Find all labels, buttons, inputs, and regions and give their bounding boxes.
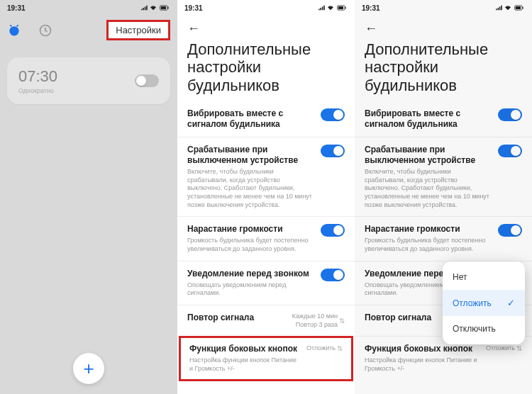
status-time: 19:31 <box>184 4 203 12</box>
screen-alarm-settings-popup: 19:31 ← Дополнительные настройки будильн… <box>355 0 532 394</box>
row-value: Отложить ⇅ <box>306 344 343 353</box>
settings-list: Вибрировать вместе с сигналом будильника… <box>177 101 355 387</box>
row-title: Вибрировать вместе с сигналом будильника <box>187 108 314 130</box>
alarm-time: 07:30 <box>18 67 57 86</box>
alarm-card-text: 07:30 Однократно <box>18 67 57 94</box>
signal-icon <box>495 5 502 11</box>
popup-option-snooze[interactable]: Отложить ✓ <box>443 290 525 316</box>
signal-icon <box>140 5 148 11</box>
svg-rect-7 <box>345 6 345 9</box>
row-desc: Настройка функции кнопок Питание и Громк… <box>365 356 479 373</box>
row-value: Отложить ⇅ <box>486 344 522 353</box>
alarm-tab-icon[interactable] <box>7 23 21 38</box>
row-vibrate[interactable]: Вибрировать вместе с сигналом будильника <box>355 101 532 137</box>
row-title: Срабатывание при выключенном устройстве <box>365 145 491 166</box>
screen-alarm-settings: 19:31 ← Дополнительные настройки будильн… <box>177 0 355 394</box>
popup-option-label: Отложить <box>453 298 492 308</box>
battery-icon <box>514 5 525 11</box>
toggle-ascending[interactable] <box>321 224 345 237</box>
svg-rect-1 <box>161 6 166 9</box>
statusbar: 19:31 <box>177 0 355 16</box>
row-title: Срабатывание при выключенном устройстве <box>187 145 314 166</box>
back-row: ← <box>177 16 355 39</box>
row-desc: Включите, чтобы будильники срабатывали, … <box>365 168 491 209</box>
toggle-notify[interactable] <box>321 269 345 281</box>
updown-icon: ⇅ <box>339 316 345 325</box>
popup-option-off[interactable]: Отключить <box>443 316 525 342</box>
svg-rect-9 <box>516 6 521 9</box>
wifi-icon <box>150 5 157 11</box>
svg-rect-2 <box>167 6 168 9</box>
plus-icon: + <box>83 358 94 380</box>
toggle-poweroff[interactable] <box>498 145 522 157</box>
row-title: Уведомление перед звонком <box>187 269 314 279</box>
back-icon[interactable]: ← <box>365 21 377 35</box>
status-right <box>495 5 525 11</box>
back-icon[interactable]: ← <box>187 21 200 35</box>
row-title: Повтор сигнала <box>187 313 285 323</box>
signal-icon <box>318 5 325 11</box>
alarm-repeat: Однократно <box>18 87 57 94</box>
row-title: Функция боковых кнопок <box>365 344 479 354</box>
row-ascending[interactable]: Нарастание громкости Громкость будильник… <box>355 216 532 260</box>
row-side-buttons[interactable]: Функция боковых кнопок Настройка функции… <box>179 336 353 381</box>
row-desc: Оповещать уведомлением перед сигналами. <box>187 281 314 298</box>
svg-point-3 <box>9 26 18 35</box>
row-title: Нарастание громкости <box>365 224 491 235</box>
toggle-vibrate[interactable] <box>321 108 345 121</box>
toggle-ascending[interactable] <box>498 224 522 237</box>
svg-rect-10 <box>522 6 523 9</box>
row-title: Нарастание громкости <box>187 224 314 235</box>
updown-icon: ⇅ <box>337 344 343 353</box>
clock-tab-icon[interactable] <box>38 23 52 38</box>
row-desc: Включите, чтобы будильники срабатывали, … <box>187 168 314 209</box>
toggle-poweroff[interactable] <box>321 145 345 157</box>
popup-option-label: Нет <box>453 272 467 282</box>
settings-button-label: Настройки <box>116 25 161 35</box>
wifi-icon <box>327 5 334 11</box>
row-notify[interactable]: Уведомление перед звонком Оповещать увед… <box>177 261 355 305</box>
updown-icon: ⇅ <box>516 344 522 353</box>
row-desc: Настройка функции кнопок Питание и Громк… <box>189 356 299 373</box>
row-poweroff[interactable]: Срабатывание при выключенном устройстве … <box>355 137 532 216</box>
add-alarm-button[interactable]: + <box>73 353 104 384</box>
side-button-popup: Нет Отложить ✓ Отключить <box>443 261 525 344</box>
settings-button[interactable]: Настройки <box>106 20 170 40</box>
status-time: 19:31 <box>7 4 26 12</box>
check-icon: ✓ <box>507 298 515 308</box>
row-desc: Громкость будильника будет постепенно ув… <box>365 237 491 253</box>
battery-icon <box>159 5 170 11</box>
statusbar: 19:31 <box>355 0 532 16</box>
row-desc: Громкость будильника будет постепенно ув… <box>187 237 314 253</box>
page-title: Дополнительные настройки будильников <box>355 39 532 101</box>
toggle-vibrate[interactable] <box>498 108 522 121</box>
status-time: 19:31 <box>362 4 380 12</box>
page-title: Дополнительные настройки будильников <box>177 39 355 101</box>
status-right <box>318 5 348 11</box>
row-vibrate[interactable]: Вибрировать вместе с сигналом будильника <box>177 101 355 137</box>
svg-rect-6 <box>338 6 343 9</box>
row-value: Каждые 10 мин Повтор 3 раза ⇅ <box>292 313 345 329</box>
row-title: Функция боковых кнопок <box>189 344 299 354</box>
row-repeat[interactable]: Повтор сигнала Каждые 10 мин Повтор 3 ра… <box>177 305 355 336</box>
popup-option-label: Отключить <box>453 324 496 334</box>
status-right <box>140 5 170 11</box>
row-ascending[interactable]: Нарастание громкости Громкость будильник… <box>177 216 355 260</box>
popup-option-none[interactable]: Нет <box>443 264 525 290</box>
topbar: Настройки <box>0 16 177 47</box>
row-title: Вибрировать вместе с сигналом будильника <box>365 108 491 130</box>
back-row: ← <box>355 16 532 39</box>
alarm-toggle[interactable] <box>135 74 159 87</box>
wifi-icon <box>504 5 511 11</box>
battery-icon <box>336 5 348 11</box>
statusbar: 19:31 <box>0 0 177 16</box>
row-poweroff[interactable]: Срабатывание при выключенном устройстве … <box>177 137 355 216</box>
screen-alarm-list: 19:31 Настройки 07:30 Однократно + <box>0 0 177 394</box>
alarm-card[interactable]: 07:30 Однократно <box>7 57 170 104</box>
